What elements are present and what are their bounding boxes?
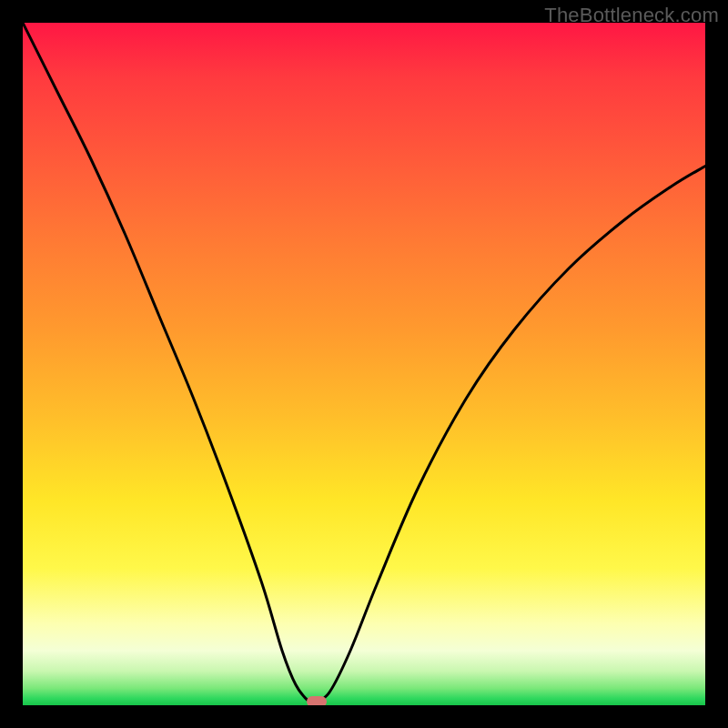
optimum-marker [307, 696, 327, 705]
watermark-text: TheBottleneck.com [544, 4, 719, 27]
plot-area [23, 23, 705, 705]
chart-frame: TheBottleneck.com [0, 0, 728, 728]
bottleneck-curve [23, 23, 705, 705]
